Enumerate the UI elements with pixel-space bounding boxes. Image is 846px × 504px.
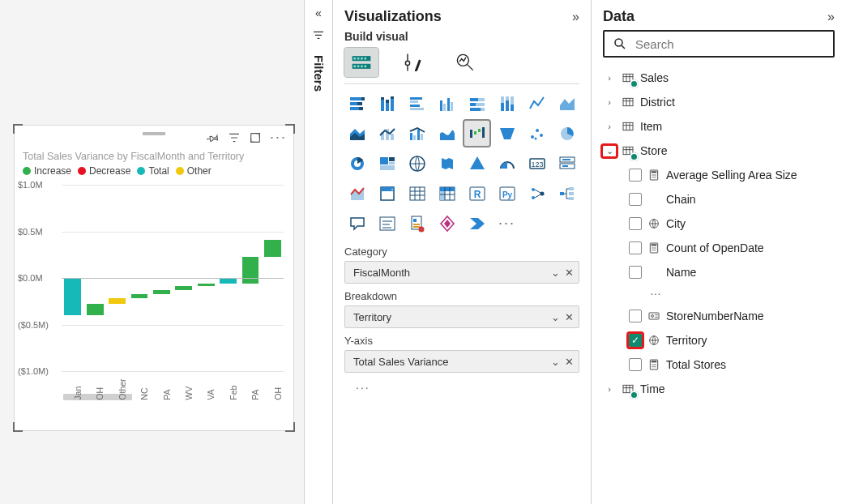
matrix-icon[interactable] bbox=[434, 181, 459, 206]
map-icon[interactable] bbox=[404, 151, 429, 176]
azure-map-icon[interactable] bbox=[464, 151, 489, 176]
field-node[interactable]: Chain bbox=[603, 187, 838, 211]
field-checkbox[interactable] bbox=[629, 169, 642, 182]
chevron-down-icon[interactable]: ⌄ bbox=[603, 146, 616, 156]
svg-rect-18 bbox=[381, 100, 384, 111]
svg-rect-33 bbox=[470, 98, 478, 101]
yaxis-well[interactable]: Total Sales Variance ⌄ ✕ bbox=[344, 350, 579, 373]
field-node[interactable]: Count of OpenDate bbox=[603, 236, 838, 260]
more-visuals-icon[interactable]: ··· bbox=[494, 211, 519, 236]
x-label: Other bbox=[118, 378, 135, 399]
analytics-tab[interactable] bbox=[448, 48, 482, 77]
clustered-column-chart-icon[interactable] bbox=[434, 91, 459, 116]
filled-map-icon[interactable] bbox=[434, 151, 459, 176]
field-node[interactable]: Name bbox=[603, 260, 838, 284]
collapse-data-icon[interactable]: » bbox=[827, 10, 835, 24]
svg-rect-15 bbox=[357, 102, 362, 105]
field-node[interactable]: Average Selling Area Size bbox=[603, 163, 838, 187]
chevron-down-icon[interactable]: ⌄ bbox=[551, 267, 560, 279]
ribbon-chart-icon[interactable] bbox=[434, 121, 459, 146]
pin-icon[interactable] bbox=[207, 131, 220, 144]
python-visual-icon[interactable]: Py bbox=[494, 181, 519, 206]
chevron-down-icon[interactable]: ⌄ bbox=[551, 311, 560, 323]
field-checkbox[interactable] bbox=[629, 334, 642, 347]
table-icon[interactable] bbox=[404, 181, 429, 206]
svg-point-60 bbox=[536, 129, 539, 132]
svg-point-139 bbox=[655, 174, 656, 175]
paginated-report-icon[interactable] bbox=[404, 211, 429, 236]
field-checkbox[interactable] bbox=[629, 241, 642, 254]
funnel-chart-icon[interactable] bbox=[494, 121, 519, 146]
scatter-chart-icon[interactable] bbox=[524, 121, 549, 146]
key-influencers-icon[interactable] bbox=[524, 181, 549, 206]
stacked-area-chart-icon[interactable] bbox=[344, 121, 370, 146]
gauge-icon[interactable] bbox=[494, 151, 519, 176]
decomposition-tree-icon[interactable] bbox=[554, 181, 579, 206]
more-wells-icon[interactable]: ··· bbox=[344, 379, 579, 395]
resize-handle-br[interactable] bbox=[285, 422, 295, 432]
chart-visual[interactable]: ··· Total Sales Variance by FiscalMonth … bbox=[15, 126, 293, 430]
field-node[interactable]: City bbox=[603, 211, 838, 236]
waterfall-chart-icon[interactable] bbox=[464, 121, 489, 146]
table-node-time[interactable]: ›Time bbox=[603, 377, 838, 401]
table-node-item[interactable]: ›Item bbox=[603, 114, 838, 139]
remove-field-icon[interactable]: ✕ bbox=[565, 356, 574, 368]
table-node-district[interactable]: ›District bbox=[603, 90, 838, 114]
field-checkbox[interactable] bbox=[629, 358, 642, 371]
stacked-column-chart-icon[interactable] bbox=[374, 91, 400, 116]
qa-visual-icon[interactable] bbox=[344, 211, 370, 236]
100-stacked-column-chart-icon[interactable] bbox=[494, 91, 519, 116]
treemap-icon[interactable] bbox=[374, 151, 400, 176]
breakdown-well[interactable]: Territory ⌄ ✕ bbox=[344, 305, 579, 328]
search-input[interactable] bbox=[634, 36, 825, 52]
more-options-icon[interactable]: ··· bbox=[270, 129, 287, 146]
resize-handle-bl[interactable] bbox=[13, 422, 23, 432]
table-node-sales[interactable]: ›Sales bbox=[603, 66, 838, 90]
category-well[interactable]: FiscalMonth ⌄ ✕ bbox=[344, 261, 579, 284]
chevron-right-icon[interactable]: › bbox=[603, 97, 616, 107]
table-node-store[interactable]: ⌄Store bbox=[603, 139, 838, 163]
100-stacked-bar-chart-icon[interactable] bbox=[464, 91, 489, 116]
field-node[interactable]: StoreNumberName bbox=[603, 304, 838, 328]
filter-icon[interactable] bbox=[228, 131, 241, 144]
donut-chart-icon[interactable] bbox=[344, 151, 370, 176]
slicer-icon[interactable] bbox=[374, 181, 400, 206]
field-checkbox[interactable] bbox=[629, 217, 642, 230]
svg-rect-106 bbox=[380, 217, 395, 230]
expand-filters-icon[interactable]: « bbox=[315, 6, 322, 19]
multi-row-card-icon[interactable] bbox=[554, 151, 579, 176]
line-stacked-column-icon[interactable] bbox=[374, 121, 400, 146]
remove-field-icon[interactable]: ✕ bbox=[565, 267, 574, 279]
field-checkbox[interactable] bbox=[629, 266, 642, 279]
svg-rect-30 bbox=[447, 98, 450, 111]
line-clustered-column-icon[interactable] bbox=[404, 121, 429, 146]
format-visual-tab[interactable] bbox=[396, 48, 430, 77]
power-apps-icon[interactable] bbox=[434, 211, 459, 236]
power-automate-icon[interactable] bbox=[464, 211, 489, 236]
stacked-bar-chart-icon[interactable] bbox=[344, 91, 370, 116]
clustered-bar-chart-icon[interactable] bbox=[404, 91, 429, 116]
chevron-down-icon[interactable]: ⌄ bbox=[551, 356, 560, 368]
pie-chart-icon[interactable] bbox=[554, 121, 579, 146]
field-node[interactable]: Total Stores bbox=[603, 352, 838, 377]
chevron-right-icon[interactable]: › bbox=[603, 384, 616, 394]
r-visual-icon[interactable]: R bbox=[464, 181, 489, 206]
chevron-right-icon[interactable]: › bbox=[603, 122, 616, 131]
field-checkbox[interactable] bbox=[629, 310, 642, 322]
remove-field-icon[interactable]: ✕ bbox=[565, 311, 574, 323]
area-chart-icon[interactable] bbox=[554, 91, 579, 116]
line-chart-icon[interactable] bbox=[524, 91, 549, 116]
focus-mode-icon[interactable] bbox=[249, 131, 262, 144]
report-canvas[interactable]: ··· Total Sales Variance by FiscalMonth … bbox=[0, 0, 304, 504]
filters-pane-collapsed[interactable]: « Filters bbox=[304, 0, 333, 504]
field-checkbox[interactable] bbox=[629, 193, 642, 206]
collapse-visualizations-icon[interactable]: » bbox=[572, 10, 579, 24]
drag-handle-icon[interactable] bbox=[143, 132, 165, 135]
kpi-icon[interactable] bbox=[344, 181, 370, 206]
field-node[interactable]: Territory bbox=[603, 328, 838, 352]
chevron-right-icon[interactable]: › bbox=[603, 73, 616, 83]
smart-narrative-icon[interactable] bbox=[374, 211, 400, 236]
build-visual-tab[interactable] bbox=[344, 48, 378, 77]
card-icon[interactable]: 123 bbox=[524, 151, 549, 176]
data-search[interactable] bbox=[603, 30, 835, 58]
